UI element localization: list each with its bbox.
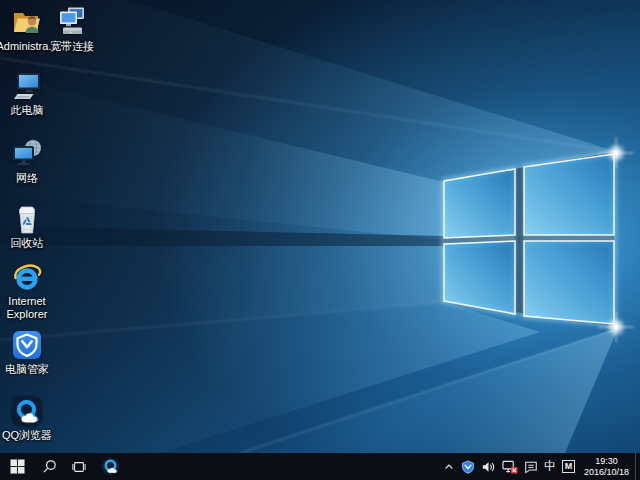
tray-volume-button[interactable]	[478, 453, 499, 480]
desktop-icon-label: Internet Explorer	[0, 295, 59, 321]
user-folder-icon	[11, 6, 43, 38]
system-tray: 中 M 19:30 2016/10/18	[440, 453, 640, 480]
search-button[interactable]	[34, 453, 64, 480]
qq-browser-taskbar-icon	[101, 457, 120, 476]
windows-logo-icon	[10, 459, 25, 474]
desktop-icon-this-pc[interactable]: 此电脑	[0, 70, 59, 117]
taskbar-clock[interactable]: 19:30 2016/10/18	[578, 453, 635, 480]
wallpaper-windows-hero	[0, 0, 640, 453]
desktop-icon-label: 网络	[0, 172, 59, 185]
show-desktop-button[interactable]	[635, 453, 640, 480]
tray-expand-button[interactable]	[440, 453, 458, 480]
network-disconnected-icon	[502, 459, 518, 474]
tray-ime-mode-button[interactable]: 中	[541, 453, 559, 480]
desktop-icon-broadband-connection[interactable]: 宽带连接	[40, 6, 104, 53]
this-pc-icon	[11, 70, 43, 102]
broadband-connection-icon	[56, 6, 88, 38]
recycle-bin-icon	[11, 203, 43, 235]
ime-badge-label: M	[562, 460, 575, 473]
tray-pc-manager-button[interactable]	[458, 453, 478, 480]
pc-manager-icon	[11, 329, 43, 361]
action-center-icon	[524, 460, 538, 474]
desktop: Administra... 宽带连接	[0, 0, 640, 480]
speaker-icon	[481, 460, 496, 474]
desktop-icon-label: QQ浏览器	[0, 429, 59, 442]
clock-time: 19:30	[595, 456, 618, 467]
tray-ime-badge-button[interactable]: M	[559, 453, 578, 480]
desktop-icon-network[interactable]: 网络	[0, 138, 59, 185]
desktop-icon-qq-browser[interactable]: QQ浏览器	[0, 395, 59, 442]
desktop-icon-recycle-bin[interactable]: 回收站	[0, 203, 59, 250]
ime-mode-label: 中	[544, 458, 556, 475]
clock-date: 2016/10/18	[584, 467, 629, 478]
network-icon	[11, 138, 43, 170]
desktop-icon-internet-explorer[interactable]: Internet Explorer	[0, 261, 59, 321]
start-button[interactable]	[0, 453, 34, 480]
desktop-icon-label: 电脑管家	[0, 363, 59, 376]
desktop-icon-label: 此电脑	[0, 104, 59, 117]
task-view-icon	[71, 460, 87, 474]
desktop-icon-label: 宽带连接	[40, 40, 104, 53]
qq-browser-icon	[11, 395, 43, 427]
taskbar-qq-browser-button[interactable]	[94, 453, 126, 480]
desktop-icon-label: 回收站	[0, 237, 59, 250]
taskbar: 中 M 19:30 2016/10/18	[0, 453, 640, 480]
tray-network-button[interactable]	[499, 453, 521, 480]
task-view-button[interactable]	[64, 453, 94, 480]
desktop-icon-pc-manager[interactable]: 电脑管家	[0, 329, 59, 376]
internet-explorer-icon	[11, 261, 43, 293]
shield-icon	[461, 460, 475, 474]
chevron-up-icon	[443, 461, 455, 473]
tray-action-center-button[interactable]	[521, 453, 541, 480]
search-icon	[42, 459, 57, 474]
